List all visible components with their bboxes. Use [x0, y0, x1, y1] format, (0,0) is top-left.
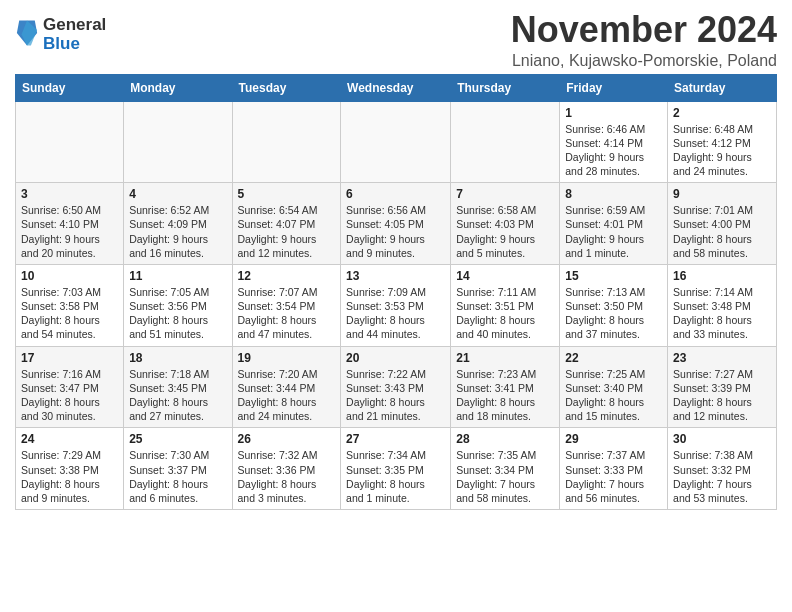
day-detail: Sunrise: 7:34 AM Sunset: 3:35 PM Dayligh… — [346, 448, 445, 505]
logo-general-label: General — [43, 16, 106, 35]
day-number: 24 — [21, 432, 118, 446]
day-number: 17 — [21, 351, 118, 365]
day-detail: Sunrise: 7:37 AM Sunset: 3:33 PM Dayligh… — [565, 448, 662, 505]
calendar-cell: 9Sunrise: 7:01 AM Sunset: 4:00 PM Daylig… — [668, 183, 777, 265]
calendar-cell: 28Sunrise: 7:35 AM Sunset: 3:34 PM Dayli… — [451, 428, 560, 510]
day-detail: Sunrise: 7:30 AM Sunset: 3:37 PM Dayligh… — [129, 448, 226, 505]
day-number: 22 — [565, 351, 662, 365]
location-title: Lniano, Kujawsko-Pomorskie, Poland — [511, 52, 777, 70]
calendar-header-monday: Monday — [124, 74, 232, 101]
day-detail: Sunrise: 7:25 AM Sunset: 3:40 PM Dayligh… — [565, 367, 662, 424]
calendar-cell: 2Sunrise: 6:48 AM Sunset: 4:12 PM Daylig… — [668, 101, 777, 183]
calendar-week-row: 24Sunrise: 7:29 AM Sunset: 3:38 PM Dayli… — [16, 428, 777, 510]
calendar-cell: 1Sunrise: 6:46 AM Sunset: 4:14 PM Daylig… — [560, 101, 668, 183]
calendar-header-wednesday: Wednesday — [341, 74, 451, 101]
day-number: 29 — [565, 432, 662, 446]
day-detail: Sunrise: 6:50 AM Sunset: 4:10 PM Dayligh… — [21, 203, 118, 260]
day-number: 2 — [673, 106, 771, 120]
day-detail: Sunrise: 7:27 AM Sunset: 3:39 PM Dayligh… — [673, 367, 771, 424]
title-block: November 2024 Lniano, Kujawsko-Pomorskie… — [511, 10, 777, 70]
day-number: 14 — [456, 269, 554, 283]
calendar-cell: 7Sunrise: 6:58 AM Sunset: 4:03 PM Daylig… — [451, 183, 560, 265]
calendar-header-tuesday: Tuesday — [232, 74, 341, 101]
day-detail: Sunrise: 7:22 AM Sunset: 3:43 PM Dayligh… — [346, 367, 445, 424]
day-detail: Sunrise: 7:38 AM Sunset: 3:32 PM Dayligh… — [673, 448, 771, 505]
calendar-header-sunday: Sunday — [16, 74, 124, 101]
day-detail: Sunrise: 6:48 AM Sunset: 4:12 PM Dayligh… — [673, 122, 771, 179]
calendar-cell: 27Sunrise: 7:34 AM Sunset: 3:35 PM Dayli… — [341, 428, 451, 510]
calendar-cell: 24Sunrise: 7:29 AM Sunset: 3:38 PM Dayli… — [16, 428, 124, 510]
day-detail: Sunrise: 6:58 AM Sunset: 4:03 PM Dayligh… — [456, 203, 554, 260]
day-detail: Sunrise: 7:11 AM Sunset: 3:51 PM Dayligh… — [456, 285, 554, 342]
calendar-week-row: 1Sunrise: 6:46 AM Sunset: 4:14 PM Daylig… — [16, 101, 777, 183]
day-detail: Sunrise: 6:46 AM Sunset: 4:14 PM Dayligh… — [565, 122, 662, 179]
calendar-cell: 15Sunrise: 7:13 AM Sunset: 3:50 PM Dayli… — [560, 264, 668, 346]
day-number: 3 — [21, 187, 118, 201]
calendar-cell: 5Sunrise: 6:54 AM Sunset: 4:07 PM Daylig… — [232, 183, 341, 265]
day-number: 30 — [673, 432, 771, 446]
calendar-cell: 23Sunrise: 7:27 AM Sunset: 3:39 PM Dayli… — [668, 346, 777, 428]
day-number: 5 — [238, 187, 336, 201]
calendar-body: 1Sunrise: 6:46 AM Sunset: 4:14 PM Daylig… — [16, 101, 777, 509]
calendar-cell: 30Sunrise: 7:38 AM Sunset: 3:32 PM Dayli… — [668, 428, 777, 510]
calendar-week-row: 17Sunrise: 7:16 AM Sunset: 3:47 PM Dayli… — [16, 346, 777, 428]
calendar-cell: 18Sunrise: 7:18 AM Sunset: 3:45 PM Dayli… — [124, 346, 232, 428]
day-number: 6 — [346, 187, 445, 201]
logo: General Blue — [15, 16, 106, 53]
calendar-cell: 22Sunrise: 7:25 AM Sunset: 3:40 PM Dayli… — [560, 346, 668, 428]
calendar-cell: 25Sunrise: 7:30 AM Sunset: 3:37 PM Dayli… — [124, 428, 232, 510]
day-detail: Sunrise: 7:16 AM Sunset: 3:47 PM Dayligh… — [21, 367, 118, 424]
day-number: 27 — [346, 432, 445, 446]
calendar-cell: 17Sunrise: 7:16 AM Sunset: 3:47 PM Dayli… — [16, 346, 124, 428]
calendar-cell — [451, 101, 560, 183]
calendar-table: SundayMondayTuesdayWednesdayThursdayFrid… — [15, 74, 777, 510]
day-detail: Sunrise: 7:09 AM Sunset: 3:53 PM Dayligh… — [346, 285, 445, 342]
header: General Blue November 2024 Lniano, Kujaw… — [15, 10, 777, 70]
logo-text: General Blue — [43, 16, 106, 53]
calendar-cell: 4Sunrise: 6:52 AM Sunset: 4:09 PM Daylig… — [124, 183, 232, 265]
day-number: 19 — [238, 351, 336, 365]
calendar-header-saturday: Saturday — [668, 74, 777, 101]
day-detail: Sunrise: 7:13 AM Sunset: 3:50 PM Dayligh… — [565, 285, 662, 342]
day-number: 16 — [673, 269, 771, 283]
day-number: 11 — [129, 269, 226, 283]
day-detail: Sunrise: 7:20 AM Sunset: 3:44 PM Dayligh… — [238, 367, 336, 424]
day-detail: Sunrise: 6:56 AM Sunset: 4:05 PM Dayligh… — [346, 203, 445, 260]
day-detail: Sunrise: 7:07 AM Sunset: 3:54 PM Dayligh… — [238, 285, 336, 342]
day-detail: Sunrise: 7:32 AM Sunset: 3:36 PM Dayligh… — [238, 448, 336, 505]
calendar-cell — [16, 101, 124, 183]
day-number: 18 — [129, 351, 226, 365]
calendar-cell: 26Sunrise: 7:32 AM Sunset: 3:36 PM Dayli… — [232, 428, 341, 510]
calendar-cell: 14Sunrise: 7:11 AM Sunset: 3:51 PM Dayli… — [451, 264, 560, 346]
day-number: 25 — [129, 432, 226, 446]
day-number: 10 — [21, 269, 118, 283]
day-detail: Sunrise: 7:29 AM Sunset: 3:38 PM Dayligh… — [21, 448, 118, 505]
day-number: 9 — [673, 187, 771, 201]
day-number: 4 — [129, 187, 226, 201]
day-number: 20 — [346, 351, 445, 365]
calendar-cell — [124, 101, 232, 183]
day-number: 12 — [238, 269, 336, 283]
logo-icon — [15, 19, 39, 47]
day-detail: Sunrise: 6:59 AM Sunset: 4:01 PM Dayligh… — [565, 203, 662, 260]
calendar-cell: 29Sunrise: 7:37 AM Sunset: 3:33 PM Dayli… — [560, 428, 668, 510]
calendar-week-row: 10Sunrise: 7:03 AM Sunset: 3:58 PM Dayli… — [16, 264, 777, 346]
day-detail: Sunrise: 6:52 AM Sunset: 4:09 PM Dayligh… — [129, 203, 226, 260]
day-number: 13 — [346, 269, 445, 283]
day-number: 8 — [565, 187, 662, 201]
calendar-cell — [232, 101, 341, 183]
day-detail: Sunrise: 6:54 AM Sunset: 4:07 PM Dayligh… — [238, 203, 336, 260]
day-number: 15 — [565, 269, 662, 283]
calendar-header-friday: Friday — [560, 74, 668, 101]
day-number: 26 — [238, 432, 336, 446]
day-detail: Sunrise: 7:35 AM Sunset: 3:34 PM Dayligh… — [456, 448, 554, 505]
calendar-cell: 8Sunrise: 6:59 AM Sunset: 4:01 PM Daylig… — [560, 183, 668, 265]
day-number: 21 — [456, 351, 554, 365]
day-detail: Sunrise: 7:01 AM Sunset: 4:00 PM Dayligh… — [673, 203, 771, 260]
calendar-cell: 21Sunrise: 7:23 AM Sunset: 3:41 PM Dayli… — [451, 346, 560, 428]
logo-blue-label: Blue — [43, 35, 106, 54]
day-number: 1 — [565, 106, 662, 120]
month-title: November 2024 — [511, 10, 777, 50]
calendar-cell — [341, 101, 451, 183]
calendar-cell: 6Sunrise: 6:56 AM Sunset: 4:05 PM Daylig… — [341, 183, 451, 265]
